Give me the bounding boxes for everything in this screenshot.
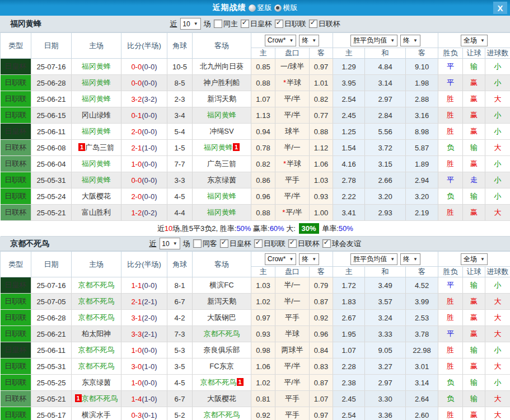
match-row: 日职联25-07-05京都不死鸟2-1(2-1)6-7新泻天鹅1.02半/一0.… [1, 294, 510, 310]
checkbox-icon[interactable] [309, 20, 317, 28]
handicap-result-cell: 赢 [463, 310, 485, 326]
competition-checkbox-日职联[interactable]: 日职联 [254, 239, 286, 249]
euro-average-select[interactable]: 胜平负均值▼ [350, 35, 397, 46]
corners-cell: 6-7 [167, 391, 193, 407]
goals-result-cell: 大 [485, 310, 510, 326]
home-team-name: 柏太阳神 [82, 329, 111, 338]
euro-away-odds-cell: 3.14 [406, 375, 438, 391]
close-icon[interactable]: X [493, 2, 507, 14]
checkbox-icon[interactable] [241, 20, 249, 28]
match-row: 日职联25-06-21柏太阳神3-3(2-1)7-3京都不死鸟0.93半球0.9… [1, 326, 510, 342]
radio-horizontal-label: 横版 [283, 3, 298, 13]
match-count-select[interactable]: 10▼ [180, 18, 200, 30]
asian-away-odds-cell: 0.97 [310, 59, 333, 75]
score-cell: 0-0(0-0) [121, 172, 167, 188]
sub-column-header: 进球数 [485, 48, 510, 59]
full-match-select[interactable]: 全场▼ [461, 253, 488, 265]
layout-radio-vertical[interactable]: 竖版 [249, 3, 272, 13]
asian-away-odds-cell: 0.84 [310, 342, 333, 358]
titlebar: 近期战绩 竖版 横版 X [0, 0, 510, 16]
checkbox-icon[interactable] [214, 20, 222, 28]
euro-home-odds-cell: 2.67 [333, 310, 365, 326]
goals-result-cell: 小 [485, 59, 510, 75]
competition-checkbox-日联杯[interactable]: 日联杯 [288, 239, 320, 249]
checkbox-icon[interactable] [275, 20, 283, 28]
checkbox-icon[interactable] [288, 239, 297, 248]
column-header: 客场 [193, 33, 251, 59]
games-label: 场 [183, 239, 190, 249]
euro-final-select[interactable]: 终▼ [400, 253, 420, 265]
corners-cell: 6-7 [167, 294, 193, 310]
euro-average-select[interactable]: 胜平负均值▼ [350, 253, 397, 265]
score-cell: 3-3(2-1) [121, 326, 167, 342]
radio-icon[interactable] [249, 4, 256, 12]
goals-result-cell: 大 [485, 91, 510, 107]
checkbox-icon[interactable] [193, 239, 202, 248]
checkbox-icon[interactable] [220, 239, 228, 248]
bookmaker-select[interactable]: Crow*▼ [265, 253, 297, 265]
handicap-result-cell: 输 [463, 342, 485, 358]
corners-cell: 7-7 [167, 156, 193, 172]
radio-selected-icon[interactable] [274, 4, 282, 12]
asian-final-select[interactable]: 终▼ [299, 253, 319, 265]
full-match-select[interactable]: 全场▼ [461, 35, 488, 46]
match-date-cell: 25-05-21 [31, 391, 72, 407]
same-venue-checkbox[interactable]: 同客 [193, 239, 217, 249]
goals-result-cell: 大 [485, 358, 510, 375]
handicap-result-cell: 赢 [463, 91, 485, 107]
competition-type-cell: 日皇杯 [1, 59, 31, 75]
same-venue-checkbox[interactable]: 同主 [214, 19, 238, 29]
match-result-cell: 平 [438, 277, 463, 294]
competition-type-cell: 日职联 [1, 407, 31, 420]
team-name: 福冈黄蜂 [10, 19, 41, 29]
competition-checkbox-日皇杯[interactable]: 日皇杯 [241, 19, 272, 29]
competition-checkbox-日皇杯[interactable]: 日皇杯 [220, 239, 251, 249]
team-section-header: 福冈黄蜂近10▼场同主日皇杯日职联日联杯 [0, 16, 510, 32]
checkbox-icon[interactable] [254, 239, 263, 248]
euro-home-odds-cell: 2.28 [333, 358, 365, 375]
layout-radio-horizontal[interactable]: 横版 [274, 3, 298, 13]
score-cell: 1-0(0-0) [121, 375, 167, 391]
goals-result-cell: 小 [485, 342, 510, 358]
match-result-cell: 负 [438, 188, 463, 205]
competition-type-cell: 日职联 [1, 172, 31, 188]
euro-final-select[interactable]: 终▼ [400, 35, 420, 46]
asian-home-odds-cell: 1.07 [251, 91, 275, 107]
column-header: 角球 [167, 33, 193, 59]
match-row: 日联杯25-06-081广岛三箭2-1(1-0)1-5福冈黄蜂10.78半/一1… [1, 140, 510, 156]
home-team-name: 京都不死鸟 [78, 281, 115, 289]
competition-type-cell: 日皇杯 [1, 277, 31, 294]
handicap-result-cell: 赢 [463, 107, 485, 124]
asian-odds-group-header: Crow*▼终▼ [251, 252, 333, 267]
euro-home-odds-cell: 1.95 [333, 326, 365, 342]
competition-checkbox-日职联[interactable]: 日职联 [275, 19, 306, 29]
handicap-cell: 半/一 [275, 277, 310, 294]
away-team-name: 京都不死鸟 [200, 378, 237, 386]
match-count-select[interactable]: 10▼ [159, 238, 180, 249]
checkbox-label: 同客 [203, 239, 217, 249]
column-header: 角球 [167, 252, 193, 277]
match-row: 日皇杯25-07-16京都不死鸟1-1(0-0)8-1横滨FC1.03半/一0.… [1, 277, 510, 294]
match-result-cell: 胜 [438, 294, 463, 310]
score-cell: 1-1(0-0) [121, 277, 167, 294]
competition-checkbox-日联杯[interactable]: 日联杯 [309, 19, 340, 29]
euro-away-odds-cell: 2.64 [406, 391, 438, 407]
checkbox-icon[interactable] [322, 239, 331, 248]
handicap-result-cell: 输 [463, 391, 485, 407]
competition-checkbox-球会友谊[interactable]: 球会友谊 [322, 239, 361, 249]
bookmaker-select[interactable]: Crow*▼ [265, 35, 297, 46]
asian-final-select[interactable]: 终▼ [299, 35, 319, 46]
handicap-cell: 半/一 [275, 140, 310, 156]
asian-home-odds-cell: 1.06 [251, 358, 275, 375]
away-team-name: 福冈黄蜂 [207, 111, 236, 119]
asian-away-odds-cell: 1.06 [310, 156, 333, 172]
handicap-result-cell: 赢 [463, 156, 485, 172]
match-date-cell: 25-06-21 [31, 326, 72, 342]
euro-away-odds-cell: 8.98 [406, 124, 438, 140]
column-header: 比分(半场) [121, 252, 167, 277]
games-label: 场 [204, 19, 211, 29]
competition-type-cell: 日联杯 [1, 391, 31, 407]
match-result-cell: 负 [438, 140, 463, 156]
sub-column-header: 胜负 [438, 267, 463, 277]
euro-draw-odds-cell: 3.30 [365, 391, 406, 407]
